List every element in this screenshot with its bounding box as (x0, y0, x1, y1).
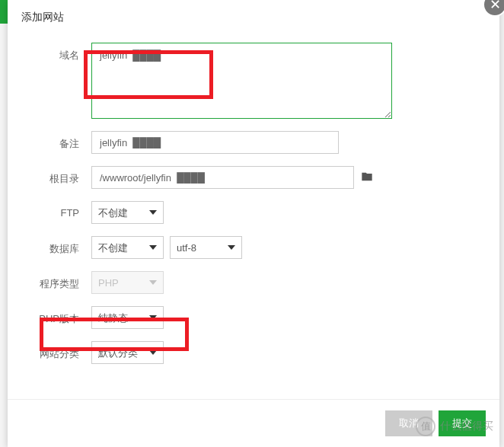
modal-title: 添加网站 (8, 0, 499, 35)
row-root: 根目录 (30, 166, 477, 189)
label-database: 数据库 (30, 236, 91, 256)
label-prog-type: 程序类型 (30, 271, 91, 291)
category-select[interactable]: 默认分类 (91, 341, 164, 364)
database-select[interactable]: 不创建 (91, 236, 164, 259)
row-remark: 备注 (30, 131, 477, 154)
row-php-version: PHP版本 纯静态 (30, 306, 477, 329)
label-category: 网站分类 (30, 341, 91, 361)
domain-input[interactable]: <span></span> (91, 43, 392, 119)
row-database: 数据库 不创建 utf-8 (30, 236, 477, 259)
row-category: 网站分类 默认分类 (30, 341, 477, 364)
php-version-select[interactable]: 纯静态 (91, 306, 164, 329)
close-icon: ✕ (490, 0, 501, 13)
remark-input[interactable] (91, 131, 339, 154)
prog-type-select: PHP (91, 271, 164, 294)
label-ftp: FTP (30, 201, 91, 219)
ftp-select[interactable]: 不创建 (91, 201, 164, 224)
root-input[interactable] (91, 166, 354, 189)
form: 域名 <span></span> 备注 根目录 FTP 不创建 (8, 35, 499, 364)
cancel-button[interactable]: 取消 (385, 410, 432, 436)
label-remark: 备注 (30, 131, 91, 151)
database-charset-select[interactable]: utf-8 (170, 236, 242, 259)
row-domain: 域名 <span></span> (30, 43, 477, 119)
submit-button[interactable]: 提交 (439, 410, 486, 436)
add-site-modal: ✕ 添加网站 域名 <span></span> 备注 根目录 (8, 0, 499, 447)
label-domain: 域名 (30, 43, 91, 62)
label-root: 根目录 (30, 166, 91, 186)
folder-icon[interactable] (360, 171, 374, 185)
modal-footer: 取消 提交 (8, 399, 499, 447)
label-php-version: PHP版本 (30, 306, 91, 326)
row-prog-type: 程序类型 PHP (30, 271, 477, 294)
row-ftp: FTP 不创建 (30, 201, 477, 224)
